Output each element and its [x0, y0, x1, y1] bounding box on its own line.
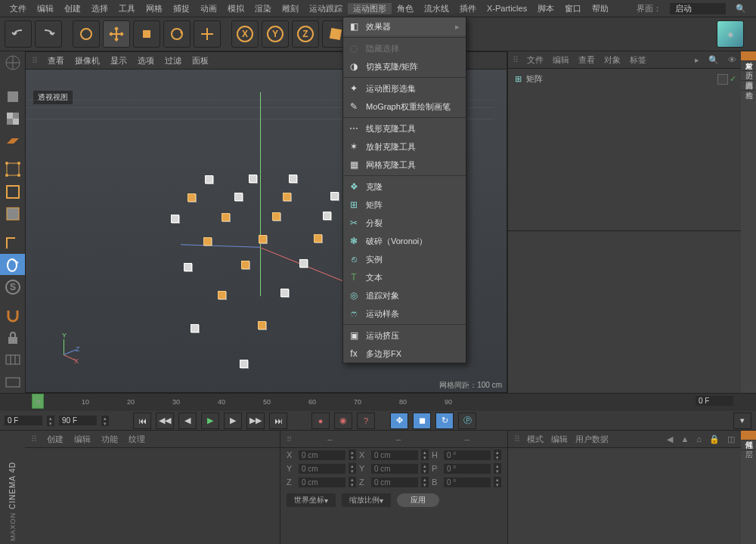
menu-edit[interactable]: 编辑 — [32, 3, 59, 14]
obj-eye-icon[interactable]: 👁 — [728, 55, 736, 64]
menu-simulate[interactable]: 模拟 — [222, 3, 249, 14]
layout-selector[interactable]: 启动 — [670, 3, 726, 14]
attr-lock-icon[interactable]: 🔒 — [709, 434, 720, 444]
obj-objects[interactable]: 对象 — [604, 54, 621, 66]
axis-enable-icon[interactable] — [0, 231, 25, 253]
menu-script[interactable]: 脚本 — [532, 3, 559, 14]
size-y[interactable]: 0 cm — [371, 464, 418, 474]
grip-icon[interactable]: ⠿ — [32, 56, 37, 66]
dd-item[interactable]: fx多边形FX — [343, 345, 466, 363]
tweak-icon[interactable] — [0, 254, 25, 276]
menu-track[interactable]: 运动跟踪 — [304, 3, 348, 14]
workplane-icon[interactable] — [0, 130, 25, 152]
magnet-icon[interactable] — [0, 304, 25, 326]
dd-item[interactable]: ❖克隆 — [343, 178, 466, 196]
pos-x[interactable]: 0 cm — [299, 450, 345, 460]
attr-userdata[interactable]: 用户数据 — [575, 434, 609, 445]
dd-item[interactable]: ✶放射克隆工具 — [343, 138, 466, 156]
attr-mode[interactable]: 模式 — [527, 434, 544, 445]
menu-tools[interactable]: 工具 — [113, 3, 141, 14]
menu-mesh[interactable]: 网格 — [141, 3, 168, 14]
tab-objects[interactable]: 对象 — [741, 51, 756, 61]
vp-cameras[interactable]: 摄像机 — [75, 55, 100, 66]
edges-mode-icon[interactable] — [0, 181, 25, 202]
menu-plugins[interactable]: 插件 — [454, 3, 482, 14]
scale-mode-select[interactable]: 缩放比例 ▾ — [342, 493, 391, 507]
goto-start-button[interactable]: ⏮ — [133, 413, 151, 429]
attr-up-icon[interactable]: ▲ — [680, 434, 689, 444]
menu-xparticles[interactable]: X-Particles — [482, 4, 532, 13]
tab-history[interactable]: 历史 — [741, 61, 756, 71]
dd-item[interactable]: T文本 — [343, 268, 466, 286]
next-key-button[interactable]: ▶▶ — [246, 413, 265, 429]
dd-item[interactable]: ❃破碎（Voronoi） — [343, 232, 466, 250]
dd-item[interactable]: ⎋实例 — [343, 250, 466, 268]
attr-new-icon[interactable]: ◫ — [727, 434, 735, 444]
dd-item[interactable]: ✎MoGraph权重绘制画笔 — [343, 97, 466, 116]
next-frame-button[interactable]: ▶ — [224, 413, 242, 429]
vp-view[interactable]: 查看 — [48, 55, 64, 66]
pos-z[interactable]: 0 cm — [299, 478, 345, 487]
lasso-tool[interactable] — [194, 20, 221, 48]
tab-structure[interactable]: 构造 — [741, 81, 756, 91]
dd-item[interactable]: ▣运动挤压 — [343, 326, 466, 345]
menu-select[interactable]: 选择 — [86, 3, 113, 14]
vp-filter[interactable]: 过滤 — [165, 55, 181, 66]
z-axis-button[interactable]: Z — [292, 20, 319, 48]
model-mode-icon[interactable] — [0, 85, 25, 107]
enable-toggle[interactable]: ✓ — [730, 74, 736, 85]
tab-attr[interactable]: 属性 — [741, 431, 756, 440]
visibility-toggle[interactable] — [717, 74, 728, 85]
menu-create[interactable]: 创建 — [59, 3, 86, 14]
vp-display[interactable]: 显示 — [110, 55, 127, 66]
primitive-cube-button[interactable]: ◈ — [717, 20, 744, 48]
key-button[interactable]: ? — [357, 413, 375, 429]
dd-item[interactable]: ⊞矩阵 — [343, 196, 466, 214]
dd-item[interactable]: ⋯线形克隆工具 — [343, 119, 466, 138]
dd-item[interactable]: ✦运动图形选集 — [343, 79, 466, 97]
grip-icon[interactable]: ⠿ — [287, 435, 291, 444]
start-frame[interactable]: 0 F — [5, 416, 42, 425]
obj-tags[interactable]: 标签 — [630, 54, 646, 66]
menu-pipeline[interactable]: 流水线 — [419, 3, 454, 14]
prev-frame-button[interactable]: ◀ — [178, 413, 197, 429]
dd-item[interactable]: ◌隐藏选择 — [343, 39, 466, 57]
menu-render[interactable]: 渲染 — [249, 3, 277, 14]
menu-help[interactable]: 帮助 — [587, 3, 614, 14]
object-tree-item[interactable]: ⊞ 矩阵 ✓ — [511, 72, 738, 86]
tl-options-button[interactable]: ▾ — [733, 413, 751, 429]
goto-end-button[interactable]: ⏭ — [269, 413, 287, 429]
obj-view[interactable]: 查看 — [578, 54, 595, 66]
scale-key-button[interactable]: ◼ — [413, 413, 431, 429]
obj-file[interactable]: 文件 — [527, 54, 544, 66]
param-key-button[interactable]: Ⓟ — [458, 413, 476, 429]
dd-item[interactable]: ෆ运动样条 — [343, 304, 466, 323]
mat-create[interactable]: 创建 — [47, 434, 64, 445]
menu-animate[interactable]: 动画 — [195, 3, 222, 14]
y-axis-button[interactable]: Y — [262, 20, 289, 48]
play-button[interactable]: ▶ — [201, 413, 219, 429]
menu-window[interactable]: 窗口 — [559, 3, 587, 14]
polys-mode-icon[interactable] — [0, 203, 25, 225]
size-x[interactable]: 0 cm — [371, 450, 418, 460]
coord-space-select[interactable]: 世界坐标 ▾ — [287, 493, 336, 507]
attr-home-icon[interactable]: ⌂ — [696, 434, 702, 444]
menu-snap[interactable]: 捕捉 — [168, 3, 195, 14]
rot-p[interactable]: 0 ° — [444, 464, 491, 474]
pos-key-button[interactable]: ✥ — [390, 413, 408, 429]
menu-character[interactable]: 角色 — [392, 3, 419, 14]
grip-icon[interactable]: ⠿ — [513, 55, 518, 65]
record-button[interactable]: ● — [311, 413, 330, 429]
obj-edit[interactable]: 编辑 — [553, 54, 569, 66]
dd-item[interactable]: ✂分裂 — [343, 214, 466, 232]
dd-item[interactable]: ▦网格克隆工具 — [343, 156, 466, 174]
rot-h[interactable]: 0 ° — [444, 450, 491, 460]
mat-edit[interactable]: 编辑 — [74, 434, 91, 445]
tab-browser[interactable]: 内容浏览器 — [741, 71, 756, 81]
attr-edit[interactable]: 编辑 — [551, 434, 568, 445]
size-z[interactable]: 0 cm — [371, 478, 418, 487]
grip-icon[interactable]: ⠿ — [31, 434, 36, 444]
editable-icon[interactable] — [0, 52, 25, 74]
x-axis-button[interactable]: X — [231, 20, 259, 48]
dd-item[interactable]: ◑切换克隆/矩阵 — [343, 57, 466, 76]
